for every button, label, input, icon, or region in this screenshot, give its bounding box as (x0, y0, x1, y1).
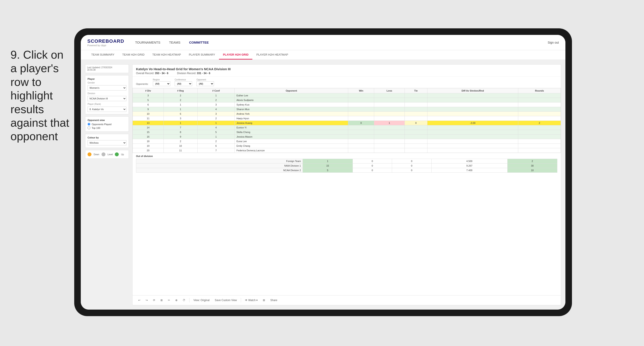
table-row[interactable]: 1691Jessica Mason (133, 135, 561, 139)
right-panel: Katelyn Vo Head-to-Head Grid for Women's… (132, 64, 561, 305)
toolbar-grid[interactable]: ⊞ (159, 298, 164, 303)
toolbar-sep-1 (189, 298, 190, 302)
tab-player-summary[interactable]: PLAYER SUMMARY (185, 50, 219, 59)
grid-title: Katelyn Vo Head-to-Head Grid for Women's… (136, 67, 557, 71)
colour-by-section: Colour by Win/loss (85, 134, 129, 148)
table-row[interactable]: 522Alexis Sudjianto (133, 98, 561, 102)
col-header-conf: # Conf (197, 88, 234, 93)
tab-team-summary[interactable]: TEAM SUMMARY (87, 50, 118, 59)
table-row[interactable]: 1822Euna Lee (133, 139, 561, 144)
col-header-loss: Loss (374, 88, 405, 93)
nav-links: TOURNAMENTS TEAMS COMMITTEE (135, 39, 548, 46)
opponents-label: Opponents: (136, 83, 148, 86)
radio-opponents-played[interactable]: Opponents Played (88, 123, 126, 126)
table-row[interactable]: 321Esther Lee (133, 93, 561, 98)
col-header-diff: Diff Av Strokes/Rnd (427, 88, 518, 93)
toolbar-watch[interactable]: 👁 Watch ▾ (244, 298, 259, 303)
panel-timestamp: Last Updated: 27/03/2024 16:55:38 (85, 64, 129, 73)
toolbar-view-original[interactable]: View: Original (192, 298, 211, 303)
player-section: Player Gender Women's Division NCAA Divi… (85, 75, 129, 114)
nav-tournaments[interactable]: TOURNAMENTS (135, 39, 160, 46)
bottom-toolbar: ↩ ↪ ⟳ ⊞ ✂ ⊕ ⏱ View: Original Save Custom… (132, 295, 561, 305)
color-dot-up (115, 152, 119, 156)
filter-opponent: Opponent (All) (196, 78, 214, 86)
nav-bar: SCOREBOARD Powered by clippi TOURNAMENTS… (81, 35, 566, 50)
logo-area: SCOREBOARD Powered by clippi (87, 38, 124, 47)
out-of-division-label: Out of division (136, 155, 557, 158)
table-row[interactable]: 1132Haeju Hyun (133, 116, 561, 121)
tablet-frame: SCOREBOARD Powered by clippi TOURNAMENTS… (74, 28, 572, 316)
table-row[interactable]: 613Sydney Kuo (133, 102, 561, 107)
tab-player-h2h-grid[interactable]: PLAYER H2H GRID (219, 50, 252, 59)
region-select[interactable]: (All) (153, 81, 170, 86)
toolbar-layout[interactable]: ⊞ (262, 298, 266, 303)
toolbar-share[interactable]: Share (269, 298, 278, 303)
toolbar-undo[interactable]: ↩ (137, 298, 142, 303)
tab-team-h2h-heatmap[interactable]: TEAM H2H HEATMAP (148, 50, 185, 59)
tablet-screen: SCOREBOARD Powered by clippi TOURNAMENTS… (81, 35, 566, 310)
colour-by-select[interactable]: Win/loss (88, 140, 126, 146)
ood-table-row[interactable]: NAIA Division 115009.26730 (136, 164, 557, 168)
color-legend: Down Level Up (85, 150, 129, 159)
opponent-view-radio-group: Opponents Played Top 100 (88, 123, 126, 129)
col-header-reg: # Reg (164, 88, 197, 93)
opponent-select[interactable]: (All) (196, 81, 214, 86)
table-row[interactable]: 1311Jessica Huang010-3.002 (133, 121, 561, 125)
out-of-division-section: Out of division Foreign Team1004.5002NAI… (132, 153, 561, 174)
nav-committee[interactable]: COMMITTEE (189, 39, 209, 46)
ood-table-row[interactable]: Foreign Team1004.5002 (136, 159, 557, 164)
tab-player-h2h-heatmap[interactable]: PLAYER H2H HEATMAP (252, 50, 292, 59)
opponent-view-section: Opponent view Opponents Played Top 100 (85, 116, 129, 132)
left-panel: Last Updated: 27/03/2024 16:55:38 Player… (85, 64, 129, 305)
ood-table-row[interactable]: NCAA Division 25007.40010 (136, 168, 557, 173)
gender-select[interactable]: Women's (88, 85, 126, 90)
table-row[interactable]: 20117Federica Domecq Lacroze (133, 148, 561, 153)
toolbar-redo[interactable]: ↪ (144, 298, 149, 303)
toolbar-add[interactable]: ⊕ (174, 298, 179, 303)
sign-out-button[interactable]: Sign out (548, 41, 559, 44)
filter-region: Region (All) (153, 78, 170, 86)
radio-top100[interactable]: Top 100 (88, 127, 126, 129)
col-header-rounds: Rounds (518, 88, 561, 93)
sub-nav: TEAM SUMMARY TEAM H2H GRID TEAM H2H HEAT… (81, 50, 566, 60)
logo-sub: Powered by clippi (87, 44, 124, 47)
filter-conference: Conference (All) (175, 78, 192, 86)
player-h2h-table: # Div # Reg # Conf Opponent Win Loss Tie… (132, 88, 561, 153)
grid-records: Overall Record: 353 - 34 - 6 Division Re… (136, 72, 557, 75)
table-row[interactable]: 1474Eunice Yi (133, 125, 561, 130)
color-dot-down (88, 152, 92, 156)
instruction-text: 9. Click on a player's row to highlight … (10, 48, 72, 143)
table-row[interactable]: 1063Andrea York (133, 112, 561, 116)
col-header-div: # Div (133, 88, 164, 93)
table-row[interactable]: 19106Emily Chang (133, 144, 561, 148)
grid-header: Katelyn Vo Head-to-Head Grid for Women's… (132, 65, 561, 77)
division-select[interactable]: NCAA Division III (88, 96, 126, 101)
player-rank-select[interactable]: 8. Katelyn Vo (88, 107, 126, 112)
logo: SCOREBOARD (87, 38, 124, 44)
conference-select[interactable]: (All) (175, 81, 192, 86)
color-dot-level (102, 152, 106, 156)
toolbar-sep-2 (241, 298, 241, 302)
col-header-opponent: Opponent (235, 88, 348, 93)
table-row[interactable]: 914Sharon Mun (133, 107, 561, 112)
toolbar-refresh[interactable]: ⟳ (152, 298, 156, 303)
toolbar-cut[interactable]: ✂ (166, 298, 171, 303)
main-content: Last Updated: 27/03/2024 16:55:38 Player… (81, 60, 566, 310)
col-header-win: Win (348, 88, 374, 93)
ood-table: Foreign Team1004.5002NAIA Division 11500… (136, 159, 557, 173)
table-row[interactable]: 1585Stella Cheng (133, 130, 561, 135)
data-table-wrapper: # Div # Reg # Conf Opponent Win Loss Tie… (132, 88, 561, 295)
nav-teams[interactable]: TEAMS (169, 39, 180, 46)
col-header-tie: Tie (404, 88, 427, 93)
toolbar-save-custom[interactable]: Save Custom View (214, 298, 238, 303)
tab-team-h2h-grid[interactable]: TEAM H2H GRID (118, 50, 148, 59)
toolbar-timer[interactable]: ⏱ (182, 298, 187, 303)
filter-row: Opponents: Region (All) Conference (All) (132, 77, 561, 88)
